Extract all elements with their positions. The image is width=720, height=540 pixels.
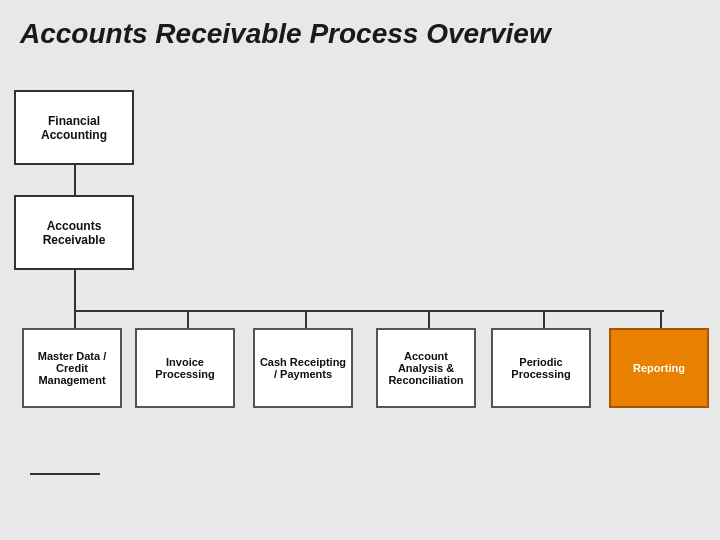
- conn-drop-1: [74, 310, 76, 330]
- connector-line-2: [74, 270, 76, 310]
- process-label-cash: Cash Receipting / Payments: [259, 356, 347, 380]
- legend-line: [30, 473, 100, 475]
- financial-accounting-label: Financial Accounting: [21, 114, 127, 142]
- process-label-invoice: Invoice Processing: [141, 356, 229, 380]
- financial-accounting-box: Financial Accounting: [14, 90, 134, 165]
- page-title: Accounts Receivable Process Overview: [0, 0, 720, 60]
- process-box-account-analysis: Account Analysis & Reconciliation: [376, 328, 476, 408]
- process-box-master-data: Master Data / Credit Management: [22, 328, 122, 408]
- process-box-periodic: Periodic Processing: [491, 328, 591, 408]
- conn-drop-4: [428, 310, 430, 330]
- connector-line-1: [74, 165, 76, 195]
- process-label-master-data: Master Data / Credit Management: [28, 350, 116, 386]
- connector-horizontal: [74, 310, 664, 312]
- accounts-receivable-label: Accounts Receivable: [21, 219, 127, 247]
- conn-drop-6: [660, 310, 662, 330]
- process-label-account-analysis: Account Analysis & Reconciliation: [382, 350, 470, 386]
- conn-drop-2: [187, 310, 189, 330]
- process-box-cash: Cash Receipting / Payments: [253, 328, 353, 408]
- process-box-reporting: Reporting: [609, 328, 709, 408]
- slide: Accounts Receivable Process Overview Fin…: [0, 0, 720, 540]
- process-label-reporting: Reporting: [633, 362, 685, 374]
- process-box-invoice: Invoice Processing: [135, 328, 235, 408]
- accounts-receivable-box: Accounts Receivable: [14, 195, 134, 270]
- process-label-periodic: Periodic Processing: [497, 356, 585, 380]
- conn-drop-5: [543, 310, 545, 330]
- conn-drop-3: [305, 310, 307, 330]
